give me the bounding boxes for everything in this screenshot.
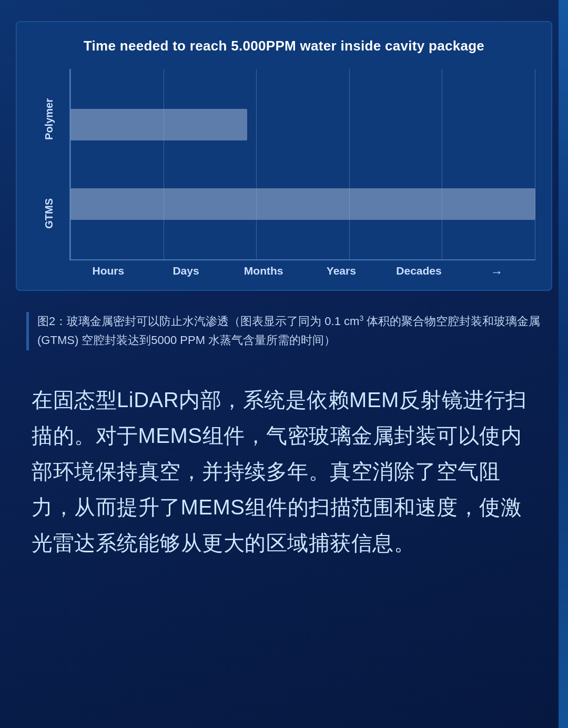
superscript-3: 3 xyxy=(359,314,363,322)
gtms-bar xyxy=(70,188,535,220)
x-label-decades: Decades xyxy=(380,265,458,279)
body-text: 在固态型LiDAR内部，系统是依赖MEM反射镜进行扫描的。对于MEMS组件，气密… xyxy=(32,382,536,561)
x-label-arrow: → xyxy=(458,265,535,279)
gtms-bar-row xyxy=(70,186,535,223)
bars-wrapper xyxy=(69,69,535,260)
caption-wrapper: 图2：玻璃金属密封可以防止水汽渗透（图表显示了同为 0.1 cm3 体积的聚合物… xyxy=(26,312,542,350)
body-section: 在固态型LiDAR内部，系统是依赖MEM反射镜进行扫描的。对于MEMS组件，气密… xyxy=(16,371,552,577)
chart-container: Time needed to reach 5.000PPM water insi… xyxy=(16,21,552,291)
polymer-bar xyxy=(70,109,247,140)
y-label-polymer: Polymer xyxy=(33,98,65,140)
x-label-hours: Hours xyxy=(69,265,147,279)
polymer-bar-row xyxy=(70,106,535,143)
right-accent-decoration xyxy=(559,0,568,728)
chart-title: Time needed to reach 5.000PPM water insi… xyxy=(33,38,535,54)
caption-text: 图2：玻璃金属密封可以防止水汽渗透（图表显示了同为 0.1 cm3 体积的聚合物… xyxy=(37,315,540,347)
page-wrapper: Time needed to reach 5.000PPM water insi… xyxy=(0,0,568,728)
y-axis-labels: Polymer GTMS xyxy=(33,69,69,279)
chart-plot: Hours Days Months Years Decades → xyxy=(69,69,535,279)
x-label-years: Years xyxy=(302,265,380,279)
x-label-months: Months xyxy=(225,265,302,279)
x-axis: Hours Days Months Years Decades → xyxy=(69,265,535,279)
bar-rows xyxy=(70,69,535,259)
y-label-gtms: GTMS xyxy=(33,198,65,229)
chart-area: Polymer GTMS xyxy=(33,69,535,279)
x-label-days: Days xyxy=(147,265,225,279)
caption-section: 图2：玻璃金属密封可以防止水汽渗透（图表显示了同为 0.1 cm3 体积的聚合物… xyxy=(16,307,552,361)
